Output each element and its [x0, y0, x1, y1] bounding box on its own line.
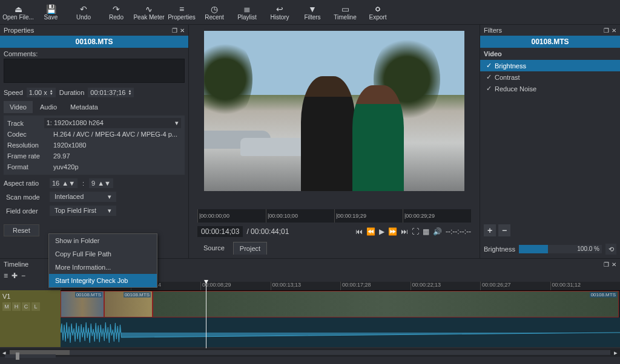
main-toolbar: ⏏Open File...💾Save↶Undo↷Redo∿Peak Meter≡… [0, 0, 620, 25]
track-h-button[interactable]: H [12, 302, 21, 311]
track-c-button[interactable]: C [22, 302, 30, 311]
properties-tabs: VideoAudioMetadata [4, 101, 185, 113]
recent-button[interactable]: ◷Recent [199, 2, 230, 22]
properties-file-bar: 00108.MTS [0, 36, 188, 48]
properties-close-icon[interactable]: ✕ [180, 27, 185, 34]
properties-button[interactable]: ≡Properties [166, 2, 197, 22]
zoom-icon[interactable]: ⛶ [412, 227, 419, 236]
field-order-select[interactable]: Top Field First▾ [50, 206, 116, 216]
timeline-clip[interactable]: 00108.MTS [104, 291, 153, 317]
timeline-menu-button[interactable]: ≡ [4, 271, 8, 280]
add-filter-button[interactable]: + [484, 224, 496, 236]
brightness-reset-button[interactable]: ⟲ [605, 244, 616, 255]
properties-header: Properties ❐ ✕ [0, 25, 188, 36]
video-preview[interactable] [189, 25, 480, 204]
timecode-total: / 00:00:44;01 [246, 227, 289, 236]
track-select[interactable]: 1: 1920x1080 h264▾ [44, 118, 181, 128]
ctx-more-information-[interactable]: More Information... [49, 261, 157, 274]
filter-item-reduce-noise[interactable]: ✓Reduce Noise [480, 83, 620, 94]
scan-mode-select[interactable]: Interlaced▾ [50, 192, 116, 202]
filters-section: Video [480, 48, 620, 60]
checkbox-icon[interactable]: ✓ [486, 85, 492, 93]
duration-stepper[interactable]: 00:01:37;16 ▲▼ [88, 88, 134, 97]
timeline-button[interactable]: ▭Timeline [329, 2, 361, 22]
ctx-start-integrity-check-job[interactable]: Start Integrity Check Job [49, 274, 157, 287]
src-tab-source[interactable]: Source [197, 242, 231, 255]
tab-audio[interactable]: Audio [34, 101, 63, 113]
chevron-down-icon: ▾ [108, 193, 111, 201]
aspect-w-stepper[interactable]: 16▲▼ [50, 178, 78, 188]
filters-button[interactable]: ▼Filters [297, 2, 328, 22]
aspect-label: Aspect ratio [4, 180, 46, 187]
timeline-remove-button[interactable]: − [21, 271, 25, 280]
filters-undock-icon[interactable]: ❐ [604, 27, 609, 34]
chevron-down-icon: ▾ [175, 119, 179, 127]
track-name: V1 [2, 293, 58, 300]
preview-ruler[interactable]: |00:00:00;00|00:00:10;00|00:00:19;29|00:… [197, 209, 471, 223]
save-button[interactable]: 💾Save [35, 2, 67, 22]
source-tabs: SourceProject [189, 241, 480, 258]
field-label: Field order [4, 207, 46, 215]
scroll-right-icon[interactable]: ▸ [614, 349, 618, 357]
rewind-button[interactable]: ⏪ [366, 227, 375, 236]
speed-label: Speed [4, 89, 23, 96]
track-body[interactable]: 00108.MTS 00108.MTS 00108.MTS [61, 290, 620, 347]
tab-metadata[interactable]: Metadata [64, 101, 104, 113]
aspect-h-stepper[interactable]: 9▲▼ [89, 178, 113, 188]
src-tab-project[interactable]: Project [233, 242, 267, 255]
timecode-inout: --:--:--:-- [446, 227, 471, 236]
filter-list: ✓Brightness✓Contrast✓Reduce Noise [480, 60, 620, 94]
track-m-button[interactable]: M [2, 302, 11, 311]
skip-prev-button[interactable]: ⏮ [355, 227, 363, 236]
timeline-undock-icon[interactable]: ❐ [604, 261, 609, 268]
track-label: Track [7, 120, 41, 127]
chevron-down-icon: ▾ [108, 207, 111, 215]
history-button[interactable]: ↩History [264, 2, 295, 22]
redo-button[interactable]: ↷Redo [101, 2, 132, 22]
filter-param-label: Brightness [484, 245, 515, 253]
playlist-button[interactable]: ≣Playlist [231, 2, 263, 22]
remove-filter-button[interactable]: − [498, 224, 510, 236]
comments-label: Comments: [4, 50, 185, 57]
undo-button[interactable]: ↶Undo [68, 2, 99, 22]
filters-title: Filters [484, 27, 604, 34]
ctx-show-in-folder[interactable]: Show in Folder [49, 234, 157, 247]
duration-label: Duration [59, 89, 85, 96]
filters-header: Filters ❐ ✕ [480, 25, 620, 36]
properties-title: Properties [4, 27, 172, 34]
open-file--button[interactable]: ⏏Open File... [2, 2, 34, 22]
brightness-slider[interactable]: 100.0 % [519, 245, 602, 253]
filter-item-brightness[interactable]: ✓Brightness [480, 60, 620, 71]
timeline-clip[interactable]: 00108.MTS [61, 291, 104, 317]
timecode-current[interactable]: 00:00:14;03 [197, 226, 243, 237]
filters-file-bar: 00108.MTS [480, 36, 620, 48]
comments-input[interactable] [4, 59, 185, 83]
timeline-add-button[interactable]: ✚ [12, 271, 18, 280]
checkbox-icon[interactable]: ✓ [486, 73, 492, 81]
scan-label: Scan mode [4, 193, 46, 201]
export-button[interactable]: ⭘Export [362, 2, 394, 22]
zoom-slider[interactable] [5, 354, 56, 358]
track-header[interactable]: V1 MHCL [0, 290, 61, 347]
checkbox-icon[interactable]: ✓ [486, 62, 492, 70]
tab-video[interactable]: Video [4, 101, 33, 113]
timeline-clip[interactable]: 00108.MTS [153, 291, 619, 317]
timeline-scrollbar[interactable]: ◂ ▸ [0, 348, 620, 357]
peak-meter-button[interactable]: ∿Peak Meter [133, 2, 165, 22]
fast-fwd-button[interactable]: ⏩ [388, 227, 397, 236]
brightness-value: 100.0 % [577, 245, 599, 253]
play-button[interactable]: ▶ [379, 227, 384, 236]
properties-undock-icon[interactable]: ❐ [172, 27, 177, 34]
reset-button[interactable]: Reset [4, 224, 39, 236]
timeline-close-icon[interactable]: ✕ [612, 261, 616, 268]
speed-stepper[interactable]: 1.00 x ▲▼ [27, 88, 56, 97]
skip-next-button[interactable]: ⏭ [401, 227, 408, 236]
volume-icon[interactable]: 🔊 [433, 227, 442, 236]
grid-icon[interactable]: ▦ [423, 227, 429, 236]
track-l-button[interactable]: L [31, 302, 40, 311]
filter-item-contrast[interactable]: ✓Contrast [480, 71, 620, 83]
ctx-copy-full-file-path[interactable]: Copy Full File Path [49, 247, 157, 261]
svg-rect-0 [61, 317, 620, 347]
playhead[interactable] [206, 282, 206, 348]
filters-close-icon[interactable]: ✕ [612, 27, 616, 34]
